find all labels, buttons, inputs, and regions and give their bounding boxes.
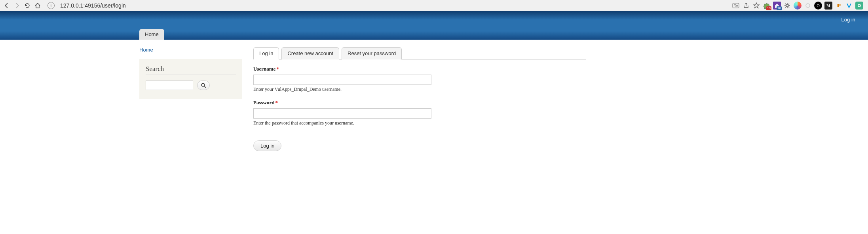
badge-count: 10 — [777, 6, 782, 10]
password-hint: Enter the password that accompanies your… — [253, 120, 586, 126]
forward-button — [13, 2, 21, 9]
search-block: Search — [139, 59, 242, 99]
primary-nav: Home — [139, 29, 164, 40]
translate-icon[interactable] — [732, 2, 740, 10]
svg-line-5 — [204, 86, 206, 88]
search-button[interactable] — [197, 81, 210, 90]
back-button[interactable] — [3, 2, 10, 9]
login-submit-button[interactable]: Log in — [253, 140, 281, 151]
username-field[interactable] — [253, 75, 431, 85]
tab-login[interactable]: Log in — [253, 47, 279, 59]
username-label: Username* — [253, 66, 279, 72]
content-tabs: Log in Create new account Reset your pas… — [253, 47, 586, 59]
password-group: Password* Enter the password that accomp… — [253, 100, 586, 126]
bookmark-star-icon[interactable] — [752, 2, 760, 10]
extension-dark-square-icon[interactable]: M — [824, 2, 832, 10]
site-header: Log in Home — [0, 11, 868, 40]
search-row — [146, 81, 236, 90]
extension-black-circle-icon[interactable]: O — [814, 2, 822, 10]
svg-rect-0 — [733, 3, 739, 8]
username-hint: Enter your VulApps_Drupal_Demo username. — [253, 86, 586, 92]
required-star-icon: * — [275, 100, 278, 105]
username-label-text: Username — [253, 66, 275, 72]
extension-colorful-icon[interactable] — [794, 2, 802, 10]
magnifier-icon — [201, 82, 206, 88]
extension-house-icon[interactable]: 10 — [773, 2, 781, 10]
nav-button-group — [3, 2, 41, 9]
tab-reset-password[interactable]: Reset your password — [342, 47, 402, 59]
search-title: Search — [146, 65, 236, 75]
page-content: Home Search Log in Create new account Re… — [0, 40, 868, 151]
tab-create-account[interactable]: Create new account — [281, 47, 339, 59]
required-star-icon: * — [276, 66, 279, 72]
extension-light-icon[interactable] — [804, 2, 812, 10]
sidebar: Home Search — [139, 47, 242, 151]
svg-point-1 — [786, 4, 788, 7]
gear-icon[interactable] — [783, 2, 791, 10]
svg-point-3 — [858, 4, 860, 7]
password-label-text: Password — [253, 100, 274, 105]
password-field[interactable] — [253, 108, 431, 119]
username-group: Username* Enter your VulApps_Drupal_Demo… — [253, 66, 586, 92]
extension-icons: 19 10 O M IP — [732, 2, 863, 10]
search-input[interactable] — [146, 81, 193, 90]
breadcrumb-home[interactable]: Home — [139, 47, 153, 53]
extension-puzzle-icon[interactable]: 19 — [763, 2, 771, 10]
extension-ip-icon[interactable]: IP — [835, 2, 843, 10]
breadcrumb: Home — [139, 47, 242, 53]
extension-teal-icon[interactable] — [855, 2, 863, 10]
site-info-icon[interactable]: i — [47, 2, 55, 9]
address-bar[interactable]: 127.0.0.1:49156/user/login — [59, 2, 729, 9]
main-content: Log in Create new account Reset your pas… — [253, 47, 586, 151]
extension-blue-v-icon[interactable] — [845, 2, 853, 10]
badge-count: 19 — [766, 6, 771, 10]
home-nav-button[interactable] — [34, 2, 41, 9]
share-icon[interactable] — [742, 2, 750, 10]
browser-toolbar: i 127.0.0.1:49156/user/login 19 10 O M I… — [0, 0, 868, 11]
reload-button[interactable] — [24, 2, 31, 9]
svg-point-4 — [201, 83, 205, 86]
svg-point-2 — [806, 4, 810, 8]
login-link[interactable]: Log in — [841, 17, 855, 23]
nav-home-tab[interactable]: Home — [139, 29, 164, 40]
password-label: Password* — [253, 100, 278, 106]
login-form: Username* Enter your VulApps_Drupal_Demo… — [253, 66, 586, 151]
